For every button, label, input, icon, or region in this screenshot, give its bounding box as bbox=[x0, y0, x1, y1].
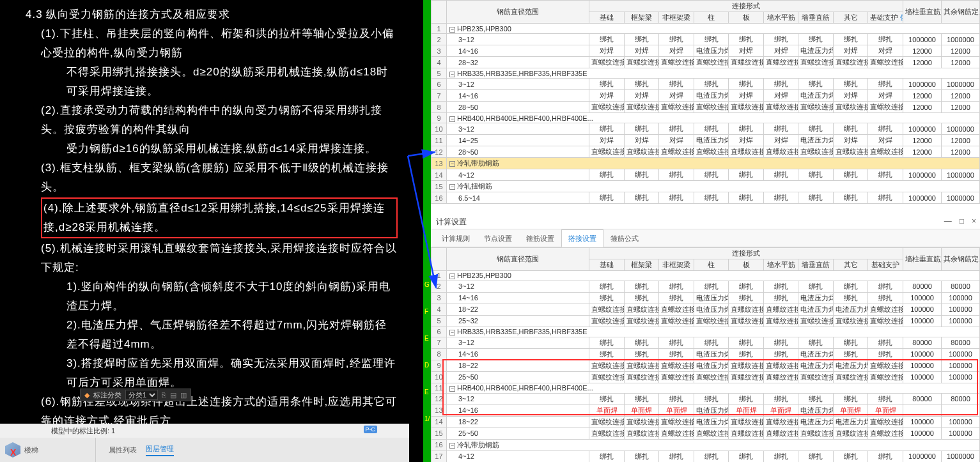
toolbar-icon[interactable]: ⎘ bbox=[162, 391, 166, 399]
toolbar-icon[interactable]: ▤ bbox=[170, 391, 176, 399]
tab-properties[interactable]: 属性列表 bbox=[109, 445, 137, 455]
settings-tabs[interactable]: 计算规则节点设置箍筋设置搭接设置箍筋公式 bbox=[431, 229, 980, 247]
table-row[interactable]: 16−冷轧带肋钢筋 bbox=[432, 439, 980, 450]
bottom-grid-panel[interactable]: 钢筋直径范围连接形式墙柱垂直筋定尺其余钢筋定尺基础框架梁非框架梁柱板墙水平筋墙垂… bbox=[431, 247, 980, 463]
table-row[interactable]: 5−HRB335,HRB335E,HRBF335,HRBF335E bbox=[432, 68, 980, 79]
cad-viewport[interactable]: 4.3 纵向受力钢筋的连接方式及相应要求(1).下挂柱、吊挂夹层的竖向构件、桁架… bbox=[0, 0, 423, 462]
cad-drawing-text: 4.3 纵向受力钢筋的连接方式及相应要求(1).下挂柱、吊挂夹层的竖向构件、桁架… bbox=[0, 0, 423, 462]
bottom-panel: 楼梯 属性列表 图层管理 bbox=[0, 438, 409, 462]
error-x-icon: X bbox=[10, 447, 16, 458]
table-row[interactable]: 15−冷轧扭钢筋 bbox=[432, 181, 980, 192]
table-row[interactable]: 314~16对焊对焊对焊电渣压力焊对焊对焊电渣压力焊对焊对焊1200012000 bbox=[432, 45, 980, 57]
table-row[interactable]: 103~12绑扎绑扎绑扎绑扎绑扎绑扎绑扎绑扎绑扎10000001000000 bbox=[432, 123, 980, 135]
table-row[interactable]: 1314~16单面焊单面焊单面焊电渣压力焊单面焊单面焊电渣压力焊单面焊单面焊 bbox=[432, 404, 980, 416]
cad-status-bar: 模型中的标注比例: 1 P-C bbox=[0, 424, 409, 438]
right-panels: 钢筋直径范围连接形式墙柱垂直筋定尺其余钢筋定尺基础框架梁非框架梁柱板墙水平筋墙垂… bbox=[431, 0, 980, 462]
close-icon[interactable]: × bbox=[972, 217, 976, 226]
dialog-titlebar[interactable]: 计算设置 — □ × bbox=[431, 215, 980, 229]
rebar-splice-table-bottom[interactable]: 钢筋直径范围连接形式墙柱垂直筋定尺其余钢筋定尺基础框架梁非框架梁柱板墙水平筋墙垂… bbox=[431, 247, 980, 463]
toolbar-icon[interactable]: ▥ bbox=[180, 391, 187, 399]
table-row[interactable]: 714~16对焊对焊对焊电渣压力焊对焊对焊电渣压力焊对焊对焊1200012000 bbox=[432, 90, 980, 102]
cad-text-line: 3).搭接焊时应首先采用双面焊。确实无法采用双面焊时,经监理许可后方可采用单面焊… bbox=[26, 354, 398, 392]
table-row[interactable]: 6−HRB335,HRB335E,HRBF335,HRBF335E bbox=[432, 327, 980, 337]
cad-text-line: (1).下挂柱、吊挂夹层的竖向构件、桁架和拱的拉杆等轴心受拉及小偏心受拉的构件,… bbox=[26, 24, 398, 63]
table-row[interactable]: 428~32直螺纹连接直螺纹连接直螺纹连接直螺纹连接直螺纹连接直螺纹连接直螺纹连… bbox=[432, 57, 980, 68]
category-dropdown[interactable]: 分类1 bbox=[125, 390, 158, 400]
table-row[interactable]: 1228~50直螺纹连接直螺纹连接直螺纹连接直螺纹连接直螺纹连接直螺纹连接直螺纹… bbox=[432, 146, 980, 158]
table-row[interactable]: 23~12绑扎绑扎绑扎绑扎绑扎绑扎绑扎绑扎绑扎8000080000 bbox=[432, 281, 980, 292]
table-row[interactable]: 314~16绑扎绑扎绑扎电渣压力焊绑扎绑扎电渣压力焊绑扎绑扎1000001000… bbox=[432, 292, 980, 304]
cad-text-line: 不得采用绑扎搭接接头。d≥20的纵筋采用机械连接,纵筋d≤18时可采用焊接连接。 bbox=[26, 63, 398, 101]
cad-text-line: 受力钢筋d≥16的纵筋采用机械连接,纵筋d≤14采用焊接连接。 bbox=[26, 139, 398, 158]
cad-text-line: 4.3 纵向受力钢筋的连接方式及相应要求 bbox=[26, 5, 398, 24]
cad-text-line: 2).电渣压力焊、气压焊钢筋径差不得超过7mm,闪光对焊钢筋径差不得超过4mm。 bbox=[26, 316, 398, 354]
table-row[interactable]: 144~12绑扎绑扎绑扎绑扎绑扎绑扎绑扎绑扎绑扎10000001000000 bbox=[432, 169, 980, 181]
table-row[interactable]: 9−HRB400,HRB400E,HRBF400,HRBF400E... bbox=[432, 113, 980, 123]
table-row[interactable]: 73~12绑扎绑扎绑扎绑扎绑扎绑扎绑扎绑扎绑扎8000080000 bbox=[432, 337, 980, 348]
tab-1[interactable]: 节点设置 bbox=[477, 229, 519, 247]
cad-text-line: (2).直接承受动力荷载的结构构件中的纵向受力钢筋不得采用绑扎接头。按疲劳验算的… bbox=[26, 101, 398, 139]
dialog-title-label: 计算设置 bbox=[436, 217, 467, 227]
tag-icon: ◆ bbox=[84, 391, 89, 399]
table-row[interactable]: 63~12绑扎绑扎绑扎绑扎绑扎绑扎绑扎绑扎绑扎10000001000000 bbox=[432, 79, 980, 90]
table-row[interactable]: 828~50直螺纹连接直螺纹连接直螺纹连接直螺纹连接直螺纹连接直螺纹连接直螺纹连… bbox=[432, 102, 980, 113]
tab-3[interactable]: 搭接设置 bbox=[561, 229, 603, 247]
table-row[interactable]: 123~12绑扎绑扎绑扎绑扎绑扎绑扎绑扎绑扎绑扎8000080000 bbox=[432, 393, 980, 404]
cad-text-line: (3).框支柱纵筋、框支梁纵筋(含腰筋) 应采用不低于Ⅱ级的机械连接接头。 bbox=[26, 158, 398, 197]
table-row[interactable]: 174~12绑扎绑扎绑扎绑扎绑扎绑扎绑扎绑扎绑扎10000001000000 bbox=[432, 450, 980, 462]
tab-2[interactable]: 箍筋设置 bbox=[519, 229, 561, 247]
cad-text-line: (5).机械连接时采用滚轧直螺纹套筒连接接头,采用焊接连接时应符合以下规定: bbox=[26, 239, 398, 277]
table-row[interactable]: 11−HRB400,HRB400E,HRBF400,HRBF400E... bbox=[432, 383, 980, 393]
status-badge: P-C bbox=[364, 426, 378, 433]
table-row[interactable]: 13−冷轧带肋钢筋 bbox=[432, 158, 980, 169]
cad-annotation-toolbar[interactable]: ◆ 标注分类 分类1 ⎘ ▤ ▥ bbox=[80, 389, 191, 401]
maximize-icon[interactable]: □ bbox=[960, 217, 964, 226]
top-grid-panel[interactable]: 钢筋直径范围连接形式墙柱垂直筋定尺其余钢筋定尺基础框架梁非框架梁柱板墙水平筋墙垂… bbox=[431, 0, 980, 215]
table-row[interactable]: 1−HPB235,HPB300 bbox=[432, 270, 980, 281]
table-row[interactable]: 418~22直螺纹连接直螺纹连接直螺纹连接电渣压力焊直螺纹连接直螺纹连接电渣压力… bbox=[432, 304, 980, 315]
minimize-icon[interactable]: — bbox=[944, 217, 952, 226]
table-row[interactable]: 918~22直螺纹连接直螺纹连接直螺纹连接电渣压力焊直螺纹连接直螺纹连接电渣压力… bbox=[432, 360, 980, 371]
table-row[interactable]: 814~16绑扎绑扎绑扎电渣压力焊绑扎绑扎电渣压力焊绑扎绑扎1000001000… bbox=[432, 348, 980, 360]
ruler-strip: GFEDE1/ bbox=[423, 0, 431, 462]
tab-4[interactable]: 箍筋公式 bbox=[603, 229, 646, 247]
table-row[interactable]: 1418~22直螺纹连接直螺纹连接直螺纹连接电渣压力焊直螺纹连接直螺纹连接电渣压… bbox=[432, 416, 980, 427]
table-row[interactable]: 525~32直螺纹连接直螺纹连接直螺纹连接直螺纹连接直螺纹连接直螺纹连接直螺纹连… bbox=[432, 315, 980, 327]
cad-text-line: 1).竖向构件的纵向钢筋(含倾斜度不大于10度的斜向钢筋)采用电渣压力焊。 bbox=[26, 277, 398, 316]
tab-0[interactable]: 计算规则 bbox=[435, 229, 477, 247]
table-row[interactable]: 1−HPB235,HPB300 bbox=[432, 24, 980, 34]
rebar-splice-table-top[interactable]: 钢筋直径范围连接形式墙柱垂直筋定尺其余钢筋定尺基础框架梁非框架梁柱板墙水平筋墙垂… bbox=[431, 0, 980, 204]
table-row[interactable]: 23~12绑扎绑扎绑扎绑扎绑扎绑扎绑扎绑扎绑扎10000001000000 bbox=[432, 34, 980, 45]
cad-text-line: (4).除上述要求外,钢筋直径d≤12采用绑扎搭接,14≤d≤25采用焊接连接,… bbox=[26, 197, 398, 239]
table-row[interactable]: 1525~50直螺纹连接直螺纹连接直螺纹连接直螺纹连接直螺纹连接直螺纹连接直螺纹… bbox=[432, 427, 980, 439]
toolbar-label: 标注分类 bbox=[93, 390, 121, 400]
table-row[interactable]: 1025~50直螺纹连接直螺纹连接直螺纹连接直螺纹连接直螺纹连接直螺纹连接直螺纹… bbox=[432, 371, 980, 383]
tab-layers[interactable]: 图层管理 bbox=[146, 444, 174, 456]
table-row[interactable]: 166.5~14绑扎绑扎绑扎绑扎绑扎绑扎绑扎绑扎绑扎10000001000000 bbox=[432, 192, 980, 204]
table-row[interactable]: 1114~25对焊对焊对焊电渣压力焊对焊对焊电渣压力焊对焊对焊120001200… bbox=[432, 135, 980, 146]
